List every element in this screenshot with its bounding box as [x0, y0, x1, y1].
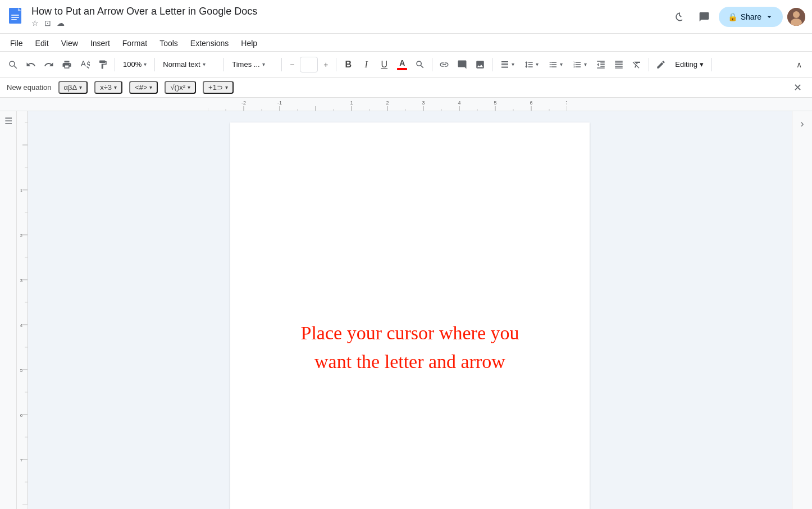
- horizontal-ruler: -2 -1 1 2 3 4 5: [0, 98, 812, 111]
- insert-image-button[interactable]: [472, 56, 489, 73]
- align-dropdown[interactable]: ▾: [496, 56, 519, 73]
- clear-format-button[interactable]: [628, 56, 645, 73]
- share-label: Share: [741, 12, 761, 21]
- pencil-button[interactable]: [653, 56, 669, 73]
- divider-4: [281, 58, 282, 71]
- svg-text:7: 7: [20, 458, 23, 463]
- divider-1: [115, 58, 115, 71]
- numbered-list-dropdown[interactable]: ▾: [568, 56, 591, 73]
- svg-text:6: 6: [530, 100, 532, 106]
- greek-letters-button[interactable]: αβΔ ▾: [58, 81, 88, 94]
- divider-2: [154, 58, 155, 71]
- share-button[interactable]: 🔒 Share: [719, 7, 783, 27]
- svg-rect-4: [11, 17, 19, 18]
- divider-3: [223, 58, 224, 71]
- paint-format-button[interactable]: [94, 56, 111, 73]
- svg-text:4: 4: [20, 323, 23, 328]
- relations-button[interactable]: <#> ▾: [129, 81, 158, 94]
- history-button[interactable]: [669, 7, 690, 27]
- svg-line-10: [14, 66, 17, 69]
- svg-text:-2: -2: [241, 100, 246, 106]
- operators-button[interactable]: +1⊃ ▾: [203, 81, 234, 94]
- undo-button[interactable]: [22, 56, 39, 73]
- divider-8: [649, 58, 649, 71]
- outline-icon[interactable]: ☰: [4, 116, 12, 126]
- divider-7: [492, 58, 492, 71]
- left-sidebar: ☰: [0, 111, 17, 509]
- folder-icon[interactable]: ⊡: [44, 19, 51, 28]
- divider-5: [336, 58, 336, 71]
- svg-text:1: 1: [20, 188, 23, 193]
- svg-text:4: 4: [458, 100, 460, 106]
- collapse-right-panel-button[interactable]: ›: [795, 116, 810, 131]
- menu-edit[interactable]: Edit: [30, 37, 54, 50]
- svg-rect-3: [11, 15, 19, 16]
- right-panel: ›: [792, 111, 812, 509]
- svg-rect-41: [17, 111, 28, 505]
- divider-9: [711, 58, 712, 71]
- svg-text:-1: -1: [277, 100, 282, 106]
- menu-insert[interactable]: Insert: [85, 37, 116, 50]
- font-size-minus[interactable]: −: [285, 56, 299, 73]
- font-size-plus[interactable]: +: [319, 56, 332, 73]
- doc-title: How to Put an Arrow Over a Letter in Goo…: [31, 6, 665, 17]
- underline-button[interactable]: U: [376, 56, 393, 73]
- content-line-2: want the letter and arrow: [301, 347, 519, 376]
- zoom-chevron: ▾: [144, 61, 147, 67]
- editing-dropdown[interactable]: Editing ▾: [670, 56, 708, 73]
- comments-button[interactable]: [694, 7, 714, 27]
- equation-close-button[interactable]: ✕: [790, 80, 805, 96]
- arrows-button[interactable]: x÷3 ▾: [94, 81, 122, 94]
- bold-button[interactable]: B: [340, 56, 357, 73]
- link-button[interactable]: [436, 56, 453, 73]
- svg-text:2: 2: [20, 233, 23, 238]
- svg-text:2: 2: [386, 100, 389, 106]
- line-spacing-dropdown[interactable]: ▾: [520, 56, 543, 73]
- italic-button[interactable]: I: [358, 56, 375, 73]
- font-size-area: − 11 +: [285, 56, 332, 73]
- highlight-button[interactable]: [412, 56, 428, 73]
- increase-indent-button[interactable]: [610, 56, 627, 73]
- editing-label: Editing: [675, 60, 697, 69]
- document-page[interactable]: Place your cursor where you want the let…: [230, 122, 590, 509]
- svg-text:6: 6: [20, 413, 23, 418]
- svg-text:3: 3: [422, 100, 425, 106]
- math-button[interactable]: √()x² ▾: [165, 81, 196, 94]
- text-style-dropdown[interactable]: Normal text ▾: [158, 56, 220, 73]
- svg-text:7: 7: [565, 100, 567, 106]
- font-chevron: ▾: [262, 61, 265, 67]
- menu-view[interactable]: View: [56, 37, 84, 50]
- svg-text:1: 1: [350, 100, 353, 106]
- menu-tools[interactable]: Tools: [154, 37, 184, 50]
- menu-file[interactable]: File: [4, 37, 29, 50]
- collapse-toolbar-button[interactable]: ∧: [791, 56, 808, 73]
- equation-label: New equation: [7, 83, 52, 92]
- zoom-dropdown[interactable]: 100% ▾: [118, 56, 151, 73]
- redo-button[interactable]: [40, 56, 57, 73]
- svg-text:3: 3: [20, 278, 23, 283]
- font-dropdown[interactable]: Times ... ▾: [227, 56, 278, 73]
- svg-point-7: [793, 11, 800, 18]
- menu-help[interactable]: Help: [235, 37, 263, 50]
- lock-icon: 🔒: [728, 12, 737, 21]
- menu-format[interactable]: Format: [117, 37, 153, 50]
- avatar[interactable]: [787, 8, 805, 26]
- search-button[interactable]: [4, 56, 21, 73]
- svg-text:5: 5: [20, 368, 23, 373]
- star-icon[interactable]: ☆: [31, 19, 39, 28]
- svg-text:5: 5: [494, 100, 496, 106]
- text-style-chevron: ▾: [203, 61, 206, 67]
- bullet-list-dropdown[interactable]: ▾: [544, 56, 567, 73]
- content-line-1: Place your cursor where you: [301, 319, 519, 347]
- print-button[interactable]: [58, 56, 75, 73]
- decrease-indent-button[interactable]: [592, 56, 609, 73]
- text-color-button[interactable]: A: [394, 56, 410, 73]
- svg-rect-5: [11, 19, 17, 20]
- comment-button[interactable]: [454, 56, 471, 73]
- spellcheck-button[interactable]: [76, 56, 93, 73]
- font-size-input[interactable]: 11: [300, 57, 318, 72]
- menu-extensions[interactable]: Extensions: [185, 37, 234, 50]
- divider-6: [432, 58, 432, 71]
- doc-icon: [7, 7, 27, 27]
- document-area[interactable]: Place your cursor where you want the let…: [28, 111, 792, 509]
